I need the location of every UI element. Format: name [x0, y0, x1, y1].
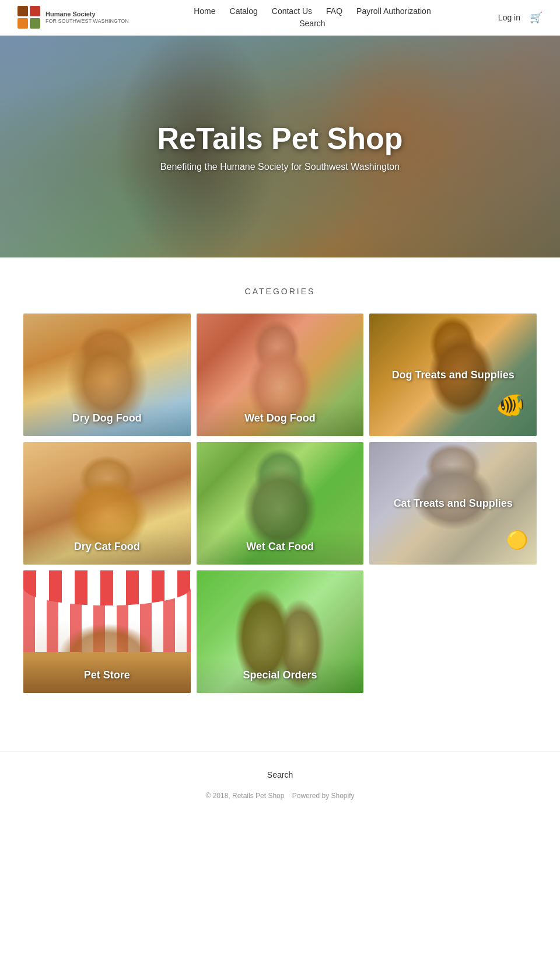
awning-decoration: [23, 570, 191, 605]
category-special-orders[interactable]: Special Orders: [197, 570, 364, 693]
dry-cat-label: Dry Cat Food: [23, 529, 191, 565]
categories-section: CATEGORIES Dry Dog Food Wet Dog Food 🐠 D…: [0, 257, 560, 716]
hero-section: ReTails Pet Shop Benefiting the Humane S…: [0, 36, 560, 257]
category-dry-cat-food[interactable]: Dry Cat Food: [23, 442, 191, 565]
category-dog-treats[interactable]: 🐠 Dog Treats and Supplies: [369, 314, 537, 436]
nav-faq[interactable]: FAQ: [326, 6, 342, 16]
category-pet-store[interactable]: Pet Store: [23, 570, 191, 693]
nav-contact[interactable]: Contact Us: [272, 6, 312, 16]
site-footer: Search © 2018, Retails Pet Shop Powered …: [0, 751, 560, 817]
category-cat-treats[interactable]: 🟡 Cat Treats and Supplies: [369, 442, 537, 565]
header-right: Log in 🛒: [496, 11, 542, 24]
site-header: Humane Society FOR SOUTHWEST WASHINGTON …: [0, 0, 560, 36]
special-orders-label: Special Orders: [197, 657, 364, 693]
toy-fish-icon: 🐠: [496, 391, 525, 419]
logo-sq-2: [30, 6, 40, 16]
footer-search-link[interactable]: Search: [267, 770, 293, 779]
nav-search: Search: [299, 18, 325, 29]
nav-search-link[interactable]: Search: [299, 19, 325, 28]
hero-content: ReTails Pet Shop Benefiting the Humane S…: [158, 121, 403, 172]
toy-ball-icon: 🟡: [506, 530, 528, 550]
footer-copyright: © 2018, Retails Pet Shop Powered by Shop…: [18, 792, 542, 800]
dry-dog-label: Dry Dog Food: [23, 401, 191, 436]
main-nav: Home Catalog Contact Us FAQ Payroll Auth…: [129, 6, 496, 29]
logo-sq-4: [30, 18, 40, 29]
cart-icon[interactable]: 🛒: [530, 11, 542, 24]
categories-grid: Dry Dog Food Wet Dog Food 🐠 Dog Treats a…: [23, 314, 537, 565]
copyright-text: © 2018, Retails Pet Shop: [205, 792, 284, 800]
wet-cat-label: Wet Cat Food: [197, 529, 364, 565]
logo-area: Humane Society FOR SOUTHWEST WASHINGTON: [18, 6, 129, 29]
logo-name: Humane Society: [46, 11, 129, 18]
categories-bottom-row: Pet Store Special Orders: [23, 570, 537, 693]
logo-sq-1: [18, 6, 28, 16]
logo-subtitle: FOR SOUTHWEST WASHINGTON: [46, 18, 129, 24]
nav-top: Home Catalog Contact Us FAQ Payroll Auth…: [194, 6, 431, 16]
footer-search: Search: [18, 770, 542, 780]
logo-text: Humane Society FOR SOUTHWEST WASHINGTON: [46, 11, 129, 25]
category-wet-cat-food[interactable]: Wet Cat Food: [197, 442, 364, 565]
login-link[interactable]: Log in: [498, 13, 520, 22]
hero-title: ReTails Pet Shop: [158, 121, 403, 156]
pet-store-label: Pet Store: [23, 657, 191, 693]
nav-home[interactable]: Home: [194, 6, 215, 16]
logo-sq-3: [18, 18, 28, 29]
powered-by-link[interactable]: Powered by Shopify: [292, 792, 355, 800]
nav-payroll[interactable]: Payroll Authorization: [356, 6, 431, 16]
category-wet-dog-food[interactable]: Wet Dog Food: [197, 314, 364, 436]
nav-catalog[interactable]: Catalog: [230, 6, 258, 16]
wet-dog-label: Wet Dog Food: [197, 401, 364, 436]
category-dry-dog-food[interactable]: Dry Dog Food: [23, 314, 191, 436]
hero-subtitle: Benefiting the Humane Society for Southw…: [158, 162, 403, 172]
logo-icon: [18, 6, 41, 29]
categories-heading: CATEGORIES: [23, 287, 537, 296]
